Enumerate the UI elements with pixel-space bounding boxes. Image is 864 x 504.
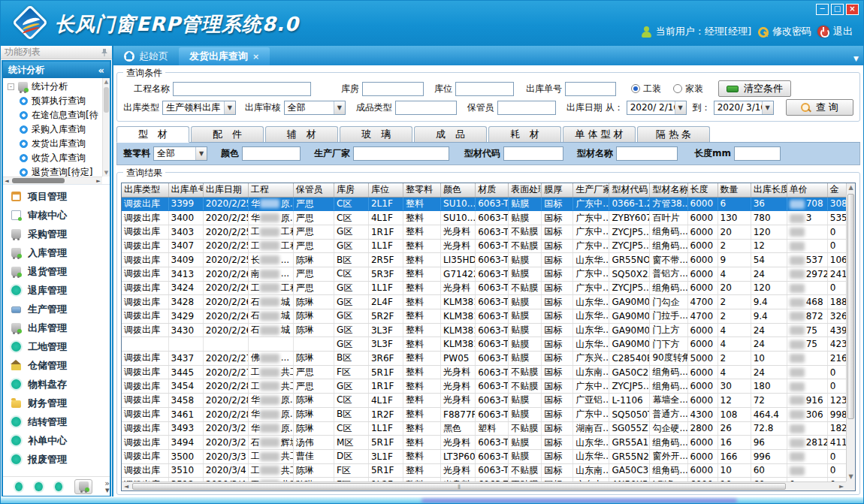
grid-row[interactable]: 调拨出库34612020/2/28华原...陈琳B区1R2F整料F8877FT6…	[122, 407, 846, 421]
sidebar-module-6[interactable]: 退库管理	[3, 281, 110, 300]
grid-column-header[interactable]: 型材名称	[650, 183, 687, 197]
factory-input[interactable]	[353, 146, 449, 161]
tree-vscroll-thumb[interactable]	[104, 87, 109, 113]
scroll-down-icon[interactable]: ▼	[103, 169, 110, 177]
pin-icon[interactable]	[101, 48, 108, 57]
grid-column-header[interactable]: 出库日期	[203, 183, 248, 197]
scroll-up-icon[interactable]: ▲	[103, 78, 110, 86]
collapse-icon[interactable]: «	[98, 65, 104, 76]
grid-column-header[interactable]: 型材代码	[609, 183, 650, 197]
tree-item-2[interactable]: 在途信息查询[待	[8, 108, 102, 122]
grid-row[interactable]: 调拨出库34282020/2/26石城陈琳G区2L4F整料KLM38176063…	[122, 295, 846, 309]
material-tab-4[interactable]: 玻 璃	[340, 126, 412, 142]
grid-column-header[interactable]: 库位	[368, 183, 403, 197]
sidebar-module-5[interactable]: 退货管理	[3, 262, 110, 281]
module-dot-button-1[interactable]	[15, 482, 23, 491]
audit-select[interactable]: 全部 ▼	[284, 101, 346, 115]
grid-column-header[interactable]: 出库长度	[751, 183, 787, 197]
grid-row[interactable]: 调拨出库35102020/3/4工共工程陈琳F区5R1F整料光身料6063-T5…	[122, 463, 846, 478]
grid-row[interactable]: 调拨出库34302020/2/26石城陈琳G区3L3F整料KLM38176063…	[122, 323, 846, 337]
scroll-left-icon[interactable]: ◄	[3, 177, 11, 185]
sidebar-module-8[interactable]: 出库管理	[3, 318, 110, 337]
sidebar-module-9[interactable]: 工地管理	[3, 337, 110, 356]
location-input[interactable]	[455, 82, 514, 96]
sidebar-module-12[interactable]: 财务管理	[3, 394, 110, 412]
tree-item-4[interactable]: 发货出库查询	[8, 137, 102, 151]
minimize-button[interactable]: ─	[816, 4, 829, 15]
grid-vscroll-thumb[interactable]	[847, 194, 854, 419]
sidebar-module-7[interactable]: 生产管理	[3, 300, 110, 318]
grid-column-header[interactable]: 保管员	[293, 183, 334, 197]
material-tab-8[interactable]: 隔 热 条	[637, 126, 710, 142]
scroll-right-icon[interactable]: ►	[837, 482, 846, 491]
grid-row[interactable]: 调拨出库35002020/3/3工共工程曹佳D区3L1F整料LT3P606063…	[122, 449, 846, 463]
grid-column-header[interactable]: 长度	[687, 183, 717, 197]
sidebar-module-2[interactable]: 审核中心	[3, 206, 110, 225]
more-modules-button[interactable]: »▾	[104, 480, 110, 493]
tree-item-5[interactable]: 收货入库查询	[8, 151, 102, 165]
grid-row[interactable]: 调拨出库34582020/2/28华原...陈琳C区4L1F整料光身料6063-…	[122, 394, 846, 408]
scroll-down-icon[interactable]: ▼	[847, 472, 855, 481]
material-tab-7[interactable]: 单 体 型 材	[563, 126, 636, 142]
tree-horizontal-scrollbar[interactable]: ◄ ►	[3, 177, 102, 184]
material-tab-6[interactable]: 耗 材	[488, 126, 561, 142]
logout-button[interactable]: 退出	[817, 25, 853, 38]
length-input[interactable]	[734, 146, 781, 161]
sidebar-module-15[interactable]: 报废管理	[3, 450, 110, 469]
color-input[interactable]	[242, 146, 301, 161]
grid-row[interactable]: 调拨出库34072020/2/25工工程严思G区1L1F整料光身料6063-T5…	[122, 239, 846, 253]
grid-row[interactable]: 调拨出库34932020/3/2华原...陈琳C区1L1F整料黑色塑料不贴膜国标…	[122, 421, 846, 436]
change-password-button[interactable]: 修改密码	[757, 25, 811, 38]
warehouse-input[interactable]	[362, 82, 424, 96]
grid-column-header[interactable]: 颜色	[441, 183, 476, 197]
date-from-picker[interactable]: 2020/ 2/16 ▼	[627, 101, 687, 115]
sidebar-module-14[interactable]: 补单中心	[3, 431, 110, 450]
scroll-right-icon[interactable]: ►	[95, 177, 102, 185]
sidebar-module-4[interactable]: 入库管理	[3, 243, 110, 262]
tree-root-statistics[interactable]: -统计分析	[8, 80, 102, 94]
grid-row[interactable]: 调拨出库34452020/2/27工共工程严思F区5R1F整料光身料6063-T…	[122, 365, 846, 379]
grid-row[interactable]: 调拨出库34092020/2/25长...陈琳B区2R5F整料LI35HD606…	[122, 253, 846, 267]
grid-row[interactable]: 调拨出库33992020/2/25华原...严思C区2L1F整料SU10...6…	[122, 197, 846, 211]
grid-column-header[interactable]: 膜厚	[542, 183, 573, 197]
whole-piece-select[interactable]: 全部 ▼	[153, 146, 207, 161]
cart-module-button[interactable]	[74, 479, 92, 494]
tab-list-dropdown-icon[interactable]: ▼	[853, 55, 859, 62]
tree-item-3[interactable]: 采购入库查询	[8, 122, 102, 137]
grid-column-header[interactable]: 整零料	[403, 183, 441, 197]
grid-row[interactable]: 调拨出库34132020/2/26南...严思C区5R3F整料G71422606…	[122, 267, 846, 281]
grid-row[interactable]: 调拨出库34242020/2/26工工程严思G区1L1F整料光身料6063-T5…	[122, 281, 846, 295]
grid-column-header[interactable]: 工程	[248, 183, 293, 197]
tab-shipping-outbound-query[interactable]: 发货出库查询×	[179, 47, 270, 65]
material-tab-5[interactable]: 成 品	[414, 126, 487, 142]
tree-expander-icon[interactable]: -	[8, 83, 14, 90]
maximize-button[interactable]: □	[831, 4, 844, 15]
grid-horizontal-scrollbar[interactable]: ◄ ⦀ ►	[122, 481, 846, 490]
sidebar-module-3[interactable]: 采购管理	[3, 225, 110, 243]
module-dot-button-3[interactable]	[55, 482, 62, 491]
grid-row[interactable]: 调拨出库34372020/2/27佛...陈琳B区3R6F整料PW056063-…	[122, 352, 846, 366]
grid-row[interactable]: 调拨出库34942020/3/2石辉城汤伟M区5R1F整料光身料6063-T5贴…	[122, 436, 846, 450]
sidebar-module-11[interactable]: 物料盘存	[3, 375, 110, 394]
grid-row[interactable]: G区3L3F整料KLM38176063-T5贴膜国标山东华...GA90M09.…	[122, 337, 846, 352]
sidebar-section-statistics[interactable]: 统计分析 «	[3, 62, 110, 78]
material-tab-3[interactable]: 辅 材	[265, 126, 338, 142]
search-button[interactable]: 查 询	[786, 99, 853, 116]
project-name-input[interactable]	[173, 82, 311, 96]
grid-column-header[interactable]: 数量	[717, 183, 751, 197]
date-to-picker[interactable]: 2020/ 3/16 ▼	[714, 101, 774, 115]
grid-row[interactable]: 调拨出库34002020/2/25华原...严思C区4L1F整料SU10...6…	[122, 211, 846, 225]
grid-hscroll-thumb[interactable]: ⦀	[132, 483, 786, 490]
close-button[interactable]: ×	[846, 4, 859, 15]
radio-industrial[interactable]	[631, 84, 640, 93]
scroll-left-icon[interactable]: ◄	[122, 482, 131, 491]
grid-column-header[interactable]: 单价	[787, 183, 827, 197]
radio-home[interactable]	[673, 84, 682, 93]
grid-column-header[interactable]: 材质	[476, 183, 509, 197]
outbound-type-select[interactable]: 生产领料出库 ▼	[162, 101, 236, 115]
material-tab-2[interactable]: 配 件	[191, 126, 264, 142]
tree-hscroll-thumb[interactable]	[12, 178, 65, 183]
grid-column-header[interactable]: 出库类型	[122, 183, 168, 197]
sidebar-module-1[interactable]: 项目管理	[3, 187, 110, 206]
grid-row[interactable]: 调拨出库34542020/2/28工共工程严思G区1R1F整料光身料6063-T…	[122, 379, 846, 394]
